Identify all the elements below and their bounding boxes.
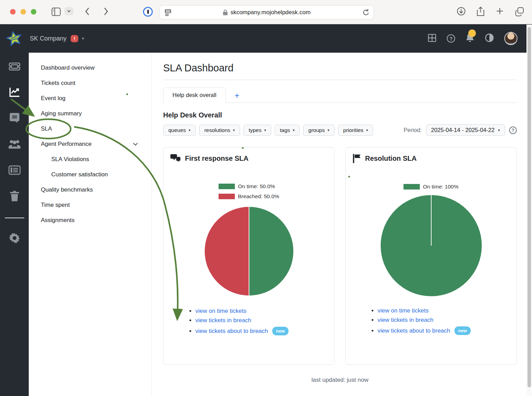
card-title-row: Resolution SLA bbox=[353, 154, 509, 163]
nav-item-time-spent[interactable]: Time spent bbox=[29, 197, 151, 213]
sidebar-menu-chevron[interactable] bbox=[64, 7, 73, 15]
notification-dot bbox=[468, 29, 476, 37]
resolution-pie-chart[interactable] bbox=[381, 195, 482, 296]
ticket-links: view on time tickets view tickets in bre… bbox=[353, 308, 509, 335]
caret-down-icon: ▾ bbox=[293, 128, 294, 132]
notifications-bell-icon[interactable] bbox=[466, 33, 475, 44]
period-label: Period: bbox=[404, 127, 422, 133]
nav-item-dashboard-overview[interactable]: Dashboard overview bbox=[29, 60, 151, 76]
legend-swatch bbox=[404, 184, 420, 190]
nav-item-agent-performance[interactable]: Agent Performance bbox=[29, 137, 151, 152]
tab-overview-icon[interactable] bbox=[515, 7, 524, 16]
legend-item[interactable]: On time: 100% bbox=[404, 184, 459, 190]
ticket-links: view on time tickets view tickets in bre… bbox=[170, 308, 327, 335]
caret-down-icon: ▾ bbox=[498, 128, 500, 132]
new-badge: new bbox=[272, 327, 289, 335]
last-updated-text: last updated: just now bbox=[163, 377, 517, 384]
tab-help-desk-overall[interactable]: Help desk overall bbox=[163, 87, 226, 103]
period-group: Period: 2025-04-14 - 2025-04-22▾ ? bbox=[404, 124, 517, 136]
downloads-icon[interactable] bbox=[456, 7, 466, 16]
dark-mode-toggle-icon[interactable] bbox=[485, 33, 494, 44]
chat-bubbles-icon bbox=[170, 154, 181, 163]
page-title: SLA Dashboard bbox=[163, 62, 517, 74]
chart-legend: On time: 50.0% Breached: 50.0% bbox=[219, 183, 279, 200]
browser-chrome: skcompany.mojohelpdesk.com bbox=[0, 0, 532, 24]
nav-item-customer-satisfaction[interactable]: Customer satisfaction bbox=[29, 167, 151, 182]
tickets-icon[interactable] bbox=[8, 62, 21, 72]
trash-icon[interactable] bbox=[9, 191, 20, 203]
page-scrollbar[interactable] bbox=[526, 25, 532, 396]
url-text[interactable]: skcompany.mojohelpdesk.com bbox=[230, 9, 310, 16]
first-response-sla-card: First response SLA On time: 50.0% Breach… bbox=[163, 147, 335, 365]
nav-item-sla-violations[interactable]: SLA Violations bbox=[29, 152, 151, 167]
queues-filter-button[interactable]: queues▾ bbox=[163, 125, 196, 136]
list-item: view on time tickets bbox=[378, 308, 509, 314]
nav-item-tickets-count[interactable]: Tickets count bbox=[29, 76, 151, 91]
tags-filter-button[interactable]: tags▾ bbox=[275, 125, 300, 136]
back-button[interactable] bbox=[84, 7, 91, 16]
card-title-row: First response SLA bbox=[170, 154, 327, 163]
users-icon[interactable] bbox=[8, 139, 21, 150]
legend-swatch bbox=[219, 184, 235, 189]
alert-badge[interactable]: ! bbox=[71, 35, 78, 42]
sidebar-toggle-icon[interactable] bbox=[51, 7, 61, 16]
groups-filter-button[interactable]: groups▾ bbox=[303, 125, 334, 136]
apps-grid-icon[interactable] bbox=[428, 34, 436, 44]
close-window-button[interactable] bbox=[10, 9, 16, 15]
card-title: Resolution SLA bbox=[365, 155, 417, 162]
rail-divider bbox=[5, 218, 24, 218]
view-tickets-in-breach-link[interactable]: view tickets in breach bbox=[195, 317, 251, 324]
nav-item-assignments[interactable]: Assignments bbox=[29, 213, 151, 228]
help-icon[interactable]: ? bbox=[447, 34, 455, 43]
forward-button[interactable] bbox=[103, 7, 109, 16]
filter-row: queues▾ resolutions▾ types▾ tags▾ groups… bbox=[163, 124, 517, 136]
share-icon[interactable] bbox=[476, 7, 485, 17]
add-tab-button[interactable]: + bbox=[235, 92, 239, 100]
caret-down-icon: ▾ bbox=[328, 128, 329, 132]
company-name[interactable]: SK Company bbox=[30, 35, 66, 42]
chevron-down-icon bbox=[133, 141, 138, 148]
period-select-button[interactable]: 2025-04-14 - 2025-04-22▾ bbox=[426, 124, 505, 136]
period-help-icon[interactable]: ? bbox=[509, 126, 517, 134]
view-tickets-about-to-breach-link[interactable]: view tickets about to breach bbox=[195, 328, 268, 334]
address-bar[interactable]: skcompany.mojohelpdesk.com bbox=[159, 5, 374, 19]
scrollbar-thumb[interactable] bbox=[527, 27, 531, 387]
nav-item-sla[interactable]: SLA bbox=[29, 121, 151, 137]
legend-swatch bbox=[219, 194, 235, 199]
user-avatar[interactable] bbox=[504, 32, 517, 45]
title-divider bbox=[163, 80, 517, 80]
view-tickets-about-to-breach-link[interactable]: view tickets about to breach bbox=[378, 327, 450, 334]
nav-item-event-log[interactable]: Event log bbox=[29, 91, 151, 106]
view-on-time-tickets-link[interactable]: view on time tickets bbox=[378, 307, 428, 314]
caret-down-icon: ▾ bbox=[366, 128, 368, 132]
nav-item-quality-benchmarks[interactable]: Quality benchmarks bbox=[29, 182, 151, 197]
knowledge-base-icon[interactable] bbox=[9, 113, 20, 125]
icon-rail bbox=[0, 53, 29, 396]
password-manager-extension-icon[interactable] bbox=[143, 7, 153, 17]
priorities-filter-button[interactable]: priorities▾ bbox=[338, 125, 373, 136]
list-item: view on time tickets bbox=[195, 308, 327, 314]
caret-down-icon: ▾ bbox=[189, 128, 190, 132]
view-tickets-in-breach-link[interactable]: view tickets in breach bbox=[378, 317, 434, 323]
first-response-pie-chart[interactable] bbox=[205, 207, 293, 296]
settings-gear-icon[interactable] bbox=[9, 232, 20, 245]
card-title: First response SLA bbox=[185, 155, 248, 162]
lock-icon bbox=[223, 9, 228, 16]
types-filter-button[interactable]: types▾ bbox=[243, 125, 271, 136]
minimize-window-button[interactable] bbox=[20, 9, 26, 15]
section-title: Help Desk Overall bbox=[163, 111, 517, 119]
reports-icon[interactable] bbox=[9, 87, 20, 99]
view-on-time-tickets-link[interactable]: view on time tickets bbox=[195, 308, 246, 314]
zoom-window-button[interactable] bbox=[31, 9, 36, 15]
company-caret-icon[interactable]: ▾ bbox=[82, 36, 84, 41]
reports-nav: Dashboard overview Tickets count Event l… bbox=[29, 53, 152, 396]
company-logo[interactable] bbox=[6, 30, 22, 46]
forms-icon[interactable] bbox=[8, 165, 21, 176]
window-controls bbox=[10, 9, 36, 15]
list-item: view tickets about to breachnew bbox=[378, 326, 509, 335]
new-tab-icon[interactable] bbox=[495, 7, 504, 16]
nav-item-aging-summary[interactable]: Aging summary bbox=[29, 106, 151, 121]
resolutions-filter-button[interactable]: resolutions▾ bbox=[199, 125, 240, 136]
legend-item[interactable]: On time: 50.0% bbox=[219, 183, 275, 190]
legend-item[interactable]: Breached: 50.0% bbox=[219, 193, 279, 200]
